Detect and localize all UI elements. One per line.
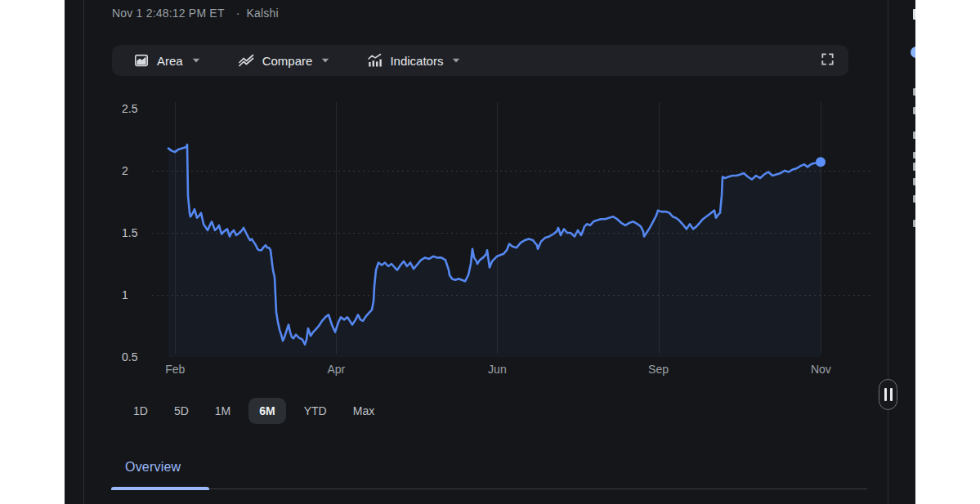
y-axis-label: 1	[122, 288, 128, 301]
x-axis-label: Feb	[165, 363, 185, 376]
y-axis-label: 2	[122, 164, 128, 177]
y-axis-labels: 2.521.510.5	[122, 98, 150, 357]
left-panel-edge	[65, 0, 83, 504]
finance-chart-panel: Nov 1 2:48:12 PM ET · Kalshi Area	[84, 0, 888, 504]
y-axis-label: 1.5	[122, 226, 137, 239]
x-axis-label: Apr	[327, 363, 345, 376]
latest-price-dot	[816, 157, 826, 167]
right-panel-clipped	[888, 0, 915, 504]
clipped-text-fragment	[913, 152, 915, 158]
clipped-blue-circle-icon	[911, 47, 915, 58]
range-button-1d[interactable]: 1D	[125, 398, 156, 424]
clipped-text-fragment	[913, 132, 915, 139]
clipped-text-fragment	[913, 9, 915, 20]
tab-overview[interactable]: Overview	[125, 460, 181, 475]
x-axis-label: Sep	[648, 363, 669, 376]
clipped-text-fragment	[913, 88, 915, 96]
active-tab-indicator	[111, 487, 209, 490]
clipped-text-fragment	[913, 107, 915, 114]
handle-grip-bar	[884, 388, 887, 401]
range-button-ytd[interactable]: YTD	[296, 398, 335, 424]
time-range-selector: 1D5D1M6MYTDMax	[125, 398, 383, 424]
range-button-5d[interactable]: 5D	[166, 398, 197, 424]
clipped-text-fragment	[913, 220, 915, 227]
handle-grip-bar	[890, 388, 893, 401]
price-chart[interactable]: 2.521.510.5 FebAprJunSepNov	[84, 0, 888, 384]
x-axis-label: Nov	[811, 363, 831, 376]
y-axis-label: 0.5	[122, 350, 137, 364]
clipped-text-fragment	[913, 195, 915, 203]
range-button-max[interactable]: Max	[345, 398, 383, 424]
clipped-text-fragment	[913, 178, 915, 185]
y-axis-label: 2.5	[122, 102, 137, 115]
range-button-1m[interactable]: 1M	[207, 398, 239, 424]
range-button-6m[interactable]: 6M	[248, 398, 285, 424]
panel-resize-handle[interactable]	[879, 379, 897, 410]
plot-area: FebAprJunSepNov	[152, 98, 871, 357]
tab-bar-border	[111, 488, 867, 489]
price-line-svg	[152, 98, 871, 357]
clipped-text-fragment	[913, 163, 915, 171]
page: Nov 1 2:48:12 PM ET · Kalshi Area	[0, 0, 980, 504]
x-axis-label: Jun	[488, 363, 507, 376]
